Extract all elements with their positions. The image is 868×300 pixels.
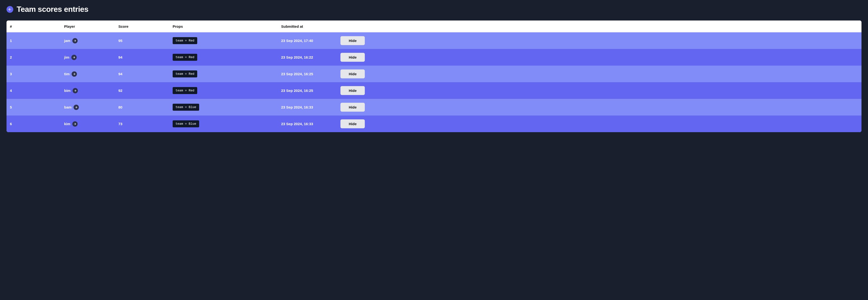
rank-cell: 6 [6, 118, 61, 130]
player-detail-button[interactable] [72, 38, 78, 43]
props-badge: team = Blue [173, 120, 199, 127]
rank-cell: 2 [6, 51, 61, 63]
col-header-player: Player [61, 21, 115, 32]
props-cell: team = Red [169, 33, 278, 48]
score-cell: 95 [115, 35, 169, 47]
submitted-cell: 23 Sep 2024, 17:40 [278, 35, 337, 47]
action-cell: Hide [337, 82, 368, 99]
action-cell: Hide [337, 99, 368, 116]
table-header-row: # Player Score Props Submitted at [6, 21, 862, 32]
hide-button[interactable]: Hide [340, 103, 365, 112]
action-cell: Hide [337, 32, 368, 49]
props-badge: team = Red [173, 54, 197, 61]
table-row: 5bam80team = Blue23 Sep 2024, 16:33Hide [6, 99, 862, 116]
page-title: Team scores entries [17, 5, 89, 14]
player-cell: jim [61, 51, 115, 64]
col-header-action [337, 21, 368, 32]
table-row: 3tim94team = Red23 Sep 2024, 16:25Hide [6, 66, 862, 82]
score-cell: 73 [115, 118, 169, 130]
arrow-right-icon [74, 89, 77, 92]
col-header-submitted: Submitted at [278, 21, 337, 32]
hide-button[interactable]: Hide [340, 86, 365, 95]
score-cell: 80 [115, 101, 169, 113]
props-badge: team = Red [173, 87, 197, 94]
props-badge: team = Red [173, 70, 197, 78]
col-header-score: Score [115, 21, 169, 32]
score-cell: 92 [115, 85, 169, 96]
player-name: bim [64, 89, 71, 93]
player-cell: jam [61, 34, 115, 47]
hide-button[interactable]: Hide [340, 69, 365, 79]
player-name: tim [64, 72, 70, 76]
player-name: jim [64, 55, 69, 59]
submitted-cell: 23 Sep 2024, 16:33 [278, 101, 337, 113]
player-detail-button[interactable] [71, 55, 77, 60]
props-cell: team = Red [169, 83, 278, 98]
submitted-cell: 23 Sep 2024, 16:33 [278, 118, 337, 130]
props-cell: team = Red [169, 50, 278, 65]
player-name: kim [64, 122, 70, 126]
scores-table: # Player Score Props Submitted at 1jam95… [6, 21, 862, 132]
arrow-right-icon [72, 56, 75, 59]
props-cell: team = Blue [169, 100, 278, 115]
player-cell: bim [61, 84, 115, 97]
hide-button[interactable]: Hide [340, 119, 365, 128]
score-cell: 94 [115, 68, 169, 80]
action-cell: Hide [337, 116, 368, 132]
rank-cell: 1 [6, 35, 61, 47]
player-detail-button[interactable] [72, 121, 78, 127]
page-header: Team scores entries [6, 5, 862, 14]
props-cell: team = Red [169, 66, 278, 81]
submitted-cell: 23 Sep 2024, 16:25 [278, 85, 337, 96]
player-detail-button[interactable] [73, 104, 79, 110]
table-row: 4bim92team = Red23 Sep 2024, 16:25Hide [6, 82, 862, 99]
submitted-cell: 23 Sep 2024, 16:25 [278, 68, 337, 80]
rank-cell: 4 [6, 85, 61, 96]
arrow-right-icon [73, 72, 76, 76]
player-detail-button[interactable] [72, 71, 77, 77]
table-body: 1jam95team = Red23 Sep 2024, 17:40Hide2j… [6, 32, 862, 132]
player-name: jam [64, 38, 70, 43]
col-header-rank: # [6, 21, 61, 32]
player-name: bam [64, 105, 72, 109]
action-cell: Hide [337, 66, 368, 82]
rank-cell: 5 [6, 101, 61, 113]
arrow-right-icon [75, 106, 78, 109]
player-detail-button[interactable] [72, 88, 78, 93]
back-button[interactable] [6, 6, 13, 13]
hide-button[interactable]: Hide [340, 53, 365, 62]
arrow-right-icon [73, 39, 76, 42]
player-cell: kim [61, 117, 115, 130]
props-badge: team = Red [173, 37, 197, 44]
player-cell: tim [61, 67, 115, 81]
table-row: 1jam95team = Red23 Sep 2024, 17:40Hide [6, 32, 862, 49]
arrow-right-icon [73, 122, 76, 125]
action-cell: Hide [337, 49, 368, 66]
arrow-left-icon [8, 7, 12, 11]
table-row: 2jim94team = Red23 Sep 2024, 16:22Hide [6, 49, 862, 66]
submitted-cell: 23 Sep 2024, 16:22 [278, 51, 337, 63]
table-row: 6kim73team = Blue23 Sep 2024, 16:33Hide [6, 116, 862, 132]
score-cell: 94 [115, 51, 169, 63]
hide-button[interactable]: Hide [340, 36, 365, 45]
props-cell: team = Blue [169, 117, 278, 131]
col-header-props: Props [169, 21, 278, 32]
rank-cell: 3 [6, 68, 61, 80]
player-cell: bam [61, 101, 115, 114]
props-badge: team = Blue [173, 104, 199, 111]
